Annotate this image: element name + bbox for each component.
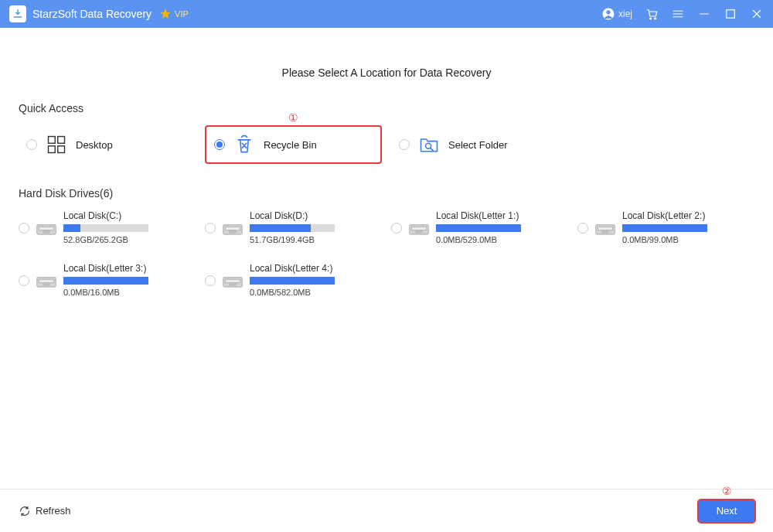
svg-point-1: [606, 10, 610, 14]
svg-text:SSD: SSD: [416, 230, 423, 234]
drives-heading: Hard Disk Drives(6): [19, 187, 754, 200]
quick-access-label: Desktop: [76, 139, 113, 151]
menu-icon[interactable]: [671, 7, 685, 21]
vip-badge: VIP: [159, 8, 189, 20]
quick-access-heading: Quick Access: [19, 102, 754, 114]
drive-info: Local Disk(C:)52.8GB/265.2GB: [63, 210, 196, 244]
usage-bar: [63, 277, 148, 285]
quick-access-recycle-bin[interactable]: ① Recycle Bin: [205, 125, 382, 164]
drive-info: Local Disk(Letter 4:)0.0MB/582.0MB: [250, 263, 382, 297]
svg-rect-8: [58, 146, 65, 153]
refresh-icon: [19, 505, 31, 517]
drive-item[interactable]: SSDLocal Disk(C:)52.8GB/265.2GB: [19, 210, 196, 244]
user-menu[interactable]: xiej: [601, 7, 632, 21]
next-button-wrap: ② Next: [699, 500, 754, 522]
refresh-label: Refresh: [36, 505, 71, 517]
ssd-icon: SSD: [36, 218, 57, 240]
ssd-icon: SSD: [36, 271, 57, 292]
svg-rect-7: [49, 146, 56, 153]
svg-point-3: [655, 18, 656, 19]
radio-button[interactable]: [577, 223, 588, 234]
svg-text:SSD: SSD: [602, 230, 609, 234]
drive-size: 0.0MB/99.0MB: [622, 235, 754, 244]
radio-button[interactable]: [205, 275, 216, 286]
drive-item[interactable]: SSDLocal Disk(Letter 3:)0.0MB/16.0MB: [19, 263, 196, 297]
folder-search-icon: [417, 133, 441, 156]
usage-bar: [63, 224, 148, 232]
radio-button[interactable]: [19, 275, 29, 286]
drive-item[interactable]: SSDLocal Disk(Letter 2:)0.0MB/99.0MB: [577, 210, 754, 244]
annotation-2: ②: [722, 485, 732, 497]
drive-name: Local Disk(D:): [250, 210, 382, 221]
user-name: xiej: [618, 9, 632, 19]
drive-info: Local Disk(Letter 1:)0.0MB/529.0MB: [436, 210, 568, 244]
vip-label: VIP: [175, 9, 189, 19]
quick-access-label: Recycle Bin: [264, 139, 317, 151]
radio-button[interactable]: [205, 223, 216, 234]
page-title: Please Select A Location for Data Recove…: [19, 66, 754, 79]
drive-name: Local Disk(Letter 4:): [250, 263, 382, 274]
cart-icon[interactable]: [645, 7, 659, 21]
app-title: StarzSoft Data Recovery: [32, 8, 152, 20]
radio-button[interactable]: [399, 139, 410, 150]
ssd-icon: SSD: [408, 218, 430, 240]
title-bar: StarzSoft Data Recovery VIP xiej: [0, 0, 773, 28]
ssd-icon: SSD: [594, 218, 616, 240]
ssd-icon: SSD: [222, 271, 243, 292]
usage-bar: [250, 277, 335, 285]
drive-item[interactable]: SSDLocal Disk(D:)51.7GB/199.4GB: [205, 210, 382, 244]
svg-rect-6: [58, 137, 65, 144]
titlebar-controls: xiej: [601, 7, 764, 21]
radio-button[interactable]: [214, 139, 225, 150]
drive-size: 0.0MB/16.0MB: [63, 288, 196, 297]
quick-access-select-folder[interactable]: Select Folder: [391, 125, 568, 164]
drive-name: Local Disk(Letter 1:): [436, 210, 568, 221]
usage-bar: [436, 224, 521, 232]
usage-bar: [622, 224, 707, 232]
drive-name: Local Disk(Letter 3:): [63, 263, 196, 274]
drive-info: Local Disk(Letter 2:)0.0MB/99.0MB: [622, 210, 754, 244]
refresh-button[interactable]: Refresh: [19, 505, 71, 517]
ssd-icon: SSD: [222, 218, 243, 240]
drive-info: Local Disk(Letter 3:)0.0MB/16.0MB: [63, 263, 196, 297]
svg-rect-4: [727, 10, 735, 19]
user-icon: [601, 7, 615, 21]
app-logo: [9, 5, 26, 22]
drive-size: 52.8GB/265.2GB: [63, 235, 196, 244]
drive-size: 51.7GB/199.4GB: [250, 235, 382, 244]
drive-item[interactable]: SSDLocal Disk(Letter 1:)0.0MB/529.0MB: [391, 210, 568, 244]
quick-access-desktop[interactable]: Desktop: [19, 125, 196, 164]
close-icon[interactable]: [750, 7, 764, 21]
drive-size: 0.0MB/529.0MB: [436, 235, 568, 244]
svg-text:SSD: SSD: [230, 282, 237, 286]
drive-info: Local Disk(D:)51.7GB/199.4GB: [250, 210, 382, 244]
svg-text:SSD: SSD: [230, 230, 237, 234]
main-content: Please Select A Location for Data Recove…: [0, 28, 773, 297]
svg-text:SSD: SSD: [43, 230, 50, 234]
quick-access-label: Select Folder: [448, 139, 508, 151]
radio-button[interactable]: [26, 139, 37, 150]
minimize-icon[interactable]: [697, 7, 711, 21]
drive-name: Local Disk(Letter 2:): [622, 210, 754, 221]
svg-rect-5: [49, 137, 56, 144]
quick-access-row: Desktop ① Recycle Bin Select Folder: [19, 125, 754, 164]
svg-text:SSD: SSD: [43, 282, 50, 286]
drives-grid: SSDLocal Disk(C:)52.8GB/265.2GBSSDLocal …: [19, 210, 754, 297]
next-button[interactable]: Next: [699, 500, 754, 522]
drive-size: 0.0MB/582.0MB: [250, 288, 382, 297]
vip-icon: [159, 8, 172, 20]
svg-point-2: [650, 18, 652, 19]
desktop-icon: [45, 133, 68, 156]
footer: Refresh ② Next: [0, 489, 773, 532]
annotation-1: ①: [288, 111, 298, 124]
radio-button[interactable]: [19, 223, 29, 234]
drive-item[interactable]: SSDLocal Disk(Letter 4:)0.0MB/582.0MB: [205, 263, 382, 297]
radio-button[interactable]: [391, 223, 402, 234]
maximize-icon[interactable]: [724, 7, 737, 21]
recycle-bin-icon: [233, 133, 256, 156]
drive-name: Local Disk(C:): [63, 210, 196, 221]
usage-bar: [250, 224, 335, 232]
